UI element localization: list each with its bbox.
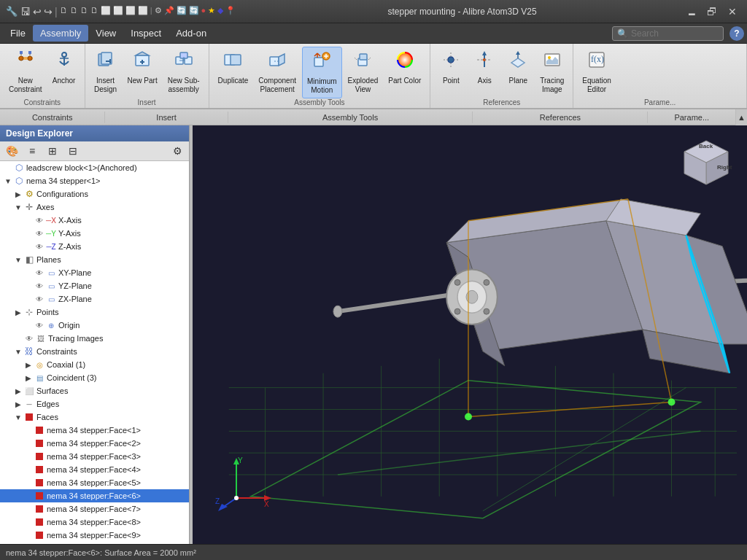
coordinate-axes: Y X Z (214, 454, 273, 515)
ribbon-items-constraints: New Constraint Anchor (4, 47, 80, 98)
statusbar-text: nema 34 stepper:Face<6>: Surface Area = … (6, 548, 196, 557)
svg-point-82 (454, 279, 460, 285)
tree-item-zaxis[interactable]: 👁 ─Z Z-Axis (0, 240, 189, 253)
new-subassembly-button[interactable]: New Sub- assembly (163, 47, 204, 97)
search-bar: 🔍 (612, 26, 724, 41)
tree-item-leadscrew[interactable]: ⬡ leadscrew block<1>(Anchored) (0, 161, 189, 174)
tree-item-face8[interactable]: nema 34 stepper:Face<8> (0, 516, 189, 529)
tree-item-axes[interactable]: ▼ ✛ Axes (0, 201, 189, 214)
tree-item-zxplane[interactable]: 👁 ▭ ZX-Plane (0, 292, 189, 306)
menu-assembly[interactable]: Assembly (33, 25, 88, 42)
svg-text:Y: Y (238, 456, 243, 464)
svg-rect-27 (314, 58, 323, 66)
svg-text:Back: Back (699, 143, 713, 149)
xaxis-icon: ─X (45, 214, 57, 226)
insert-group-label: Insert (90, 98, 204, 108)
new-subassembly-icon (174, 50, 194, 75)
tree-item-yaxis[interactable]: 👁 ─Y Y-Axis (0, 227, 189, 240)
tree-item-planes[interactable]: ▼ ◧ Planes (0, 253, 189, 266)
tree-item-xaxis[interactable]: 👁 ─X X-Axis (0, 214, 189, 227)
new-constraint-button[interactable]: New Constraint (4, 47, 47, 97)
explorer-settings-icon[interactable]: ⚙ (169, 143, 186, 159)
tree-item-configurations[interactable]: ▶ ⚙ Configurations (0, 187, 189, 201)
axis-button[interactable]: Axis (468, 47, 500, 88)
assembly-tools-group-label: Assembly Tools (214, 98, 426, 108)
tree-item-face7[interactable]: nema 34 stepper:Face<7> (0, 502, 189, 516)
axes-group-icon: ✛ (23, 201, 35, 213)
exploded-view-button[interactable]: Exploded View (344, 47, 383, 97)
eye-icon-z: 👁 (34, 241, 45, 252)
tree-item-nema34[interactable]: ▼ ⬡ nema 34 stepper<1> (0, 174, 189, 187)
search-input[interactable] (631, 28, 719, 39)
tree-item-face3[interactable]: nema 34 stepper:Face<3> (0, 450, 189, 463)
tree-item-xyplane[interactable]: 👁 ▭ XY-Plane (0, 266, 189, 279)
new-part-button[interactable]: New Part (123, 47, 162, 88)
part-color-button[interactable]: Part Color (384, 47, 425, 88)
tracing-images-icon: 🖼 (35, 332, 47, 344)
insert-design-button[interactable]: Insert Design (90, 47, 122, 97)
ribbon-collapse-button[interactable]: ▲ (735, 109, 747, 125)
tree-item-coincident[interactable]: ▶ ▤ Coincident (3) (0, 371, 189, 384)
duplicate-button[interactable]: Duplicate (214, 47, 253, 88)
tree-item-yzplane[interactable]: 👁 ▭ YZ-Plane (0, 279, 189, 292)
minimize-button[interactable]: 🗕 (683, 4, 700, 19)
tree-item-face9[interactable]: nema 34 stepper:Face<9> (0, 529, 189, 542)
coincident-icon: ▤ (34, 372, 45, 384)
tree-item-face4[interactable]: nema 34 stepper:Face<4> (0, 463, 189, 476)
tree-item-points[interactable]: ▶ ⊹ Points (0, 306, 189, 319)
menu-addon[interactable]: Add-on (169, 25, 214, 42)
tree-item-faces[interactable]: ▼ Faces (0, 411, 189, 424)
ribbon-items-parameters: f(x) Equation Editor (578, 47, 742, 98)
menu-inspect[interactable]: Inspect (123, 25, 169, 42)
tracing-image-button[interactable]: Tracing Image (535, 47, 568, 97)
svg-point-50 (548, 56, 551, 59)
explorer-collapse-icon[interactable]: ⊟ (64, 143, 82, 159)
point-button[interactable]: Point (435, 47, 467, 88)
tree-item-face6[interactable]: nema 34 stepper:Face<6> (0, 489, 189, 502)
cube-navigator[interactable]: Right Back (677, 137, 735, 195)
help-button[interactable]: ? (729, 26, 744, 41)
tree-item-surfaces[interactable]: ▶ ⬜ Surfaces (0, 384, 189, 397)
equation-editor-button[interactable]: f(x) Equation Editor (578, 47, 615, 97)
3d-viewport[interactable]: Right Back Y X Z (193, 125, 747, 544)
edges-icon: ─ (23, 398, 35, 410)
svg-point-83 (484, 279, 489, 285)
svg-line-33 (355, 58, 357, 60)
equation-editor-icon: f(x) (587, 50, 607, 75)
svg-point-85 (484, 308, 489, 314)
point-icon (441, 50, 461, 75)
explorer-filter-icon[interactable]: ⊞ (44, 143, 61, 159)
explorer-color-icon[interactable]: 🎨 (3, 143, 20, 159)
yaxis-icon: ─Y (45, 228, 57, 239)
tree-item-constraints[interactable]: ▼ ⛓ Constraints (0, 345, 189, 358)
menu-view[interactable]: View (88, 25, 123, 42)
design-explorer-tree: ⬡ leadscrew block<1>(Anchored) ▼ ⬡ nema … (0, 161, 189, 544)
statusbar: nema 34 stepper:Face<6>: Surface Area = … (0, 544, 747, 560)
svg-point-7 (62, 52, 66, 57)
component-placement-button[interactable]: Component Placement (254, 47, 301, 97)
nema34-icon: ⬡ (13, 175, 25, 187)
tree-item-tracing-images[interactable]: 👁 🖼 Tracing Images (0, 332, 189, 345)
tree-item-origin[interactable]: 👁 ⊕ Origin (0, 319, 189, 332)
minimum-motion-button[interactable]: Minimum Motion (302, 47, 342, 98)
ribbon-labels: Constraints Insert Assembly Tools Refere… (0, 109, 747, 125)
svg-line-34 (368, 58, 371, 60)
close-button[interactable]: ✕ (724, 4, 741, 19)
eye-icon-tracing: 👁 (23, 332, 35, 344)
zxplane-icon: ▭ (45, 293, 57, 305)
tree-item-face5[interactable]: nema 34 stepper:Face<5> (0, 476, 189, 489)
maximize-button[interactable]: 🗗 (703, 4, 721, 19)
duplicate-icon (222, 50, 243, 75)
tree-item-face1[interactable]: nema 34 stepper:Face<1> (0, 424, 189, 437)
anchor-button[interactable]: Anchor (48, 47, 80, 88)
planes-group-icon: ◧ (23, 254, 35, 265)
tree-item-coaxial[interactable]: ▶ ◎ Coaxial (1) (0, 358, 189, 371)
plane-button[interactable]: Plane (502, 47, 534, 88)
menu-file[interactable]: File (3, 25, 33, 42)
quick-access-toolbar[interactable]: 🖫 ↩ ↪ | 🗋 🗋 🗋 🗋 ⬜ ⬜ ⬜ ⬜ | ⚙ 📌 🔄 🔄 ● ★ ◆ … (20, 6, 236, 18)
svg-rect-6 (28, 51, 31, 54)
tree-item-face2[interactable]: nema 34 stepper:Face<2> (0, 437, 189, 450)
tree-item-edges[interactable]: ▶ ─ Edges (0, 397, 189, 411)
svg-text:Z: Z (215, 497, 220, 505)
explorer-expand-icon[interactable]: ≡ (23, 143, 41, 159)
